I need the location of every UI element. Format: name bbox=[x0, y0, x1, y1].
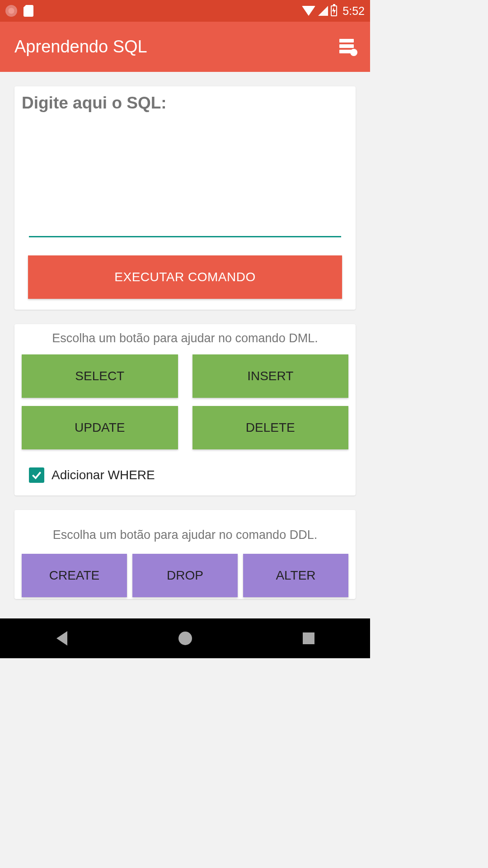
battery-charging-icon bbox=[331, 5, 337, 16]
content-area: Digite aqui o SQL: EXECUTAR COMANDO Esco… bbox=[0, 72, 370, 618]
status-left-icons bbox=[5, 5, 33, 17]
recent-apps-icon bbox=[303, 632, 314, 644]
dml-button-grid: SELECT INSERT UPDATE DELETE bbox=[22, 354, 348, 449]
sql-input-label: Digite aqui o SQL: bbox=[22, 94, 348, 113]
where-checkbox[interactable] bbox=[29, 467, 44, 483]
signal-icon bbox=[318, 6, 328, 16]
status-clock: 5:52 bbox=[343, 5, 365, 18]
where-checkbox-row[interactable]: Adicionar WHERE bbox=[22, 467, 348, 483]
nav-back-button[interactable] bbox=[48, 625, 75, 652]
navigation-bar bbox=[0, 618, 370, 658]
dml-card: Escolha um botão para ajudar no comando … bbox=[14, 324, 356, 495]
alter-button[interactable]: ALTER bbox=[243, 554, 348, 597]
status-right-icons: 5:52 bbox=[302, 5, 365, 18]
sql-input-card: Digite aqui o SQL: EXECUTAR COMANDO bbox=[14, 86, 356, 310]
select-button[interactable]: SELECT bbox=[22, 354, 178, 398]
sql-input[interactable] bbox=[29, 120, 341, 237]
database-settings-icon[interactable] bbox=[339, 39, 356, 55]
delete-button[interactable]: DELETE bbox=[192, 406, 349, 449]
status-bar: 5:52 bbox=[0, 0, 370, 22]
nav-home-button[interactable] bbox=[172, 625, 199, 652]
sdcard-icon bbox=[23, 5, 33, 17]
update-button[interactable]: UPDATE bbox=[22, 406, 178, 449]
where-checkbox-label: Adicionar WHERE bbox=[52, 468, 155, 482]
create-button[interactable]: CREATE bbox=[22, 554, 127, 597]
drop-button[interactable]: DROP bbox=[132, 554, 238, 597]
ddl-section-title: Escolha um botão para ajudar no comando … bbox=[22, 528, 348, 542]
home-icon bbox=[178, 632, 192, 645]
spinner-icon bbox=[5, 5, 17, 17]
wifi-icon bbox=[302, 6, 315, 16]
insert-button[interactable]: INSERT bbox=[192, 354, 349, 398]
dml-section-title: Escolha um botão para ajudar no comando … bbox=[22, 331, 348, 345]
execute-button[interactable]: EXECUTAR COMANDO bbox=[28, 255, 342, 299]
nav-recent-button[interactable] bbox=[295, 625, 322, 652]
app-title: Aprendendo SQL bbox=[14, 37, 147, 57]
ddl-button-grid: CREATE DROP ALTER bbox=[22, 554, 348, 597]
back-icon bbox=[56, 631, 67, 646]
app-bar: Aprendendo SQL bbox=[0, 22, 370, 72]
ddl-card: Escolha um botão para ajudar no comando … bbox=[14, 510, 356, 599]
